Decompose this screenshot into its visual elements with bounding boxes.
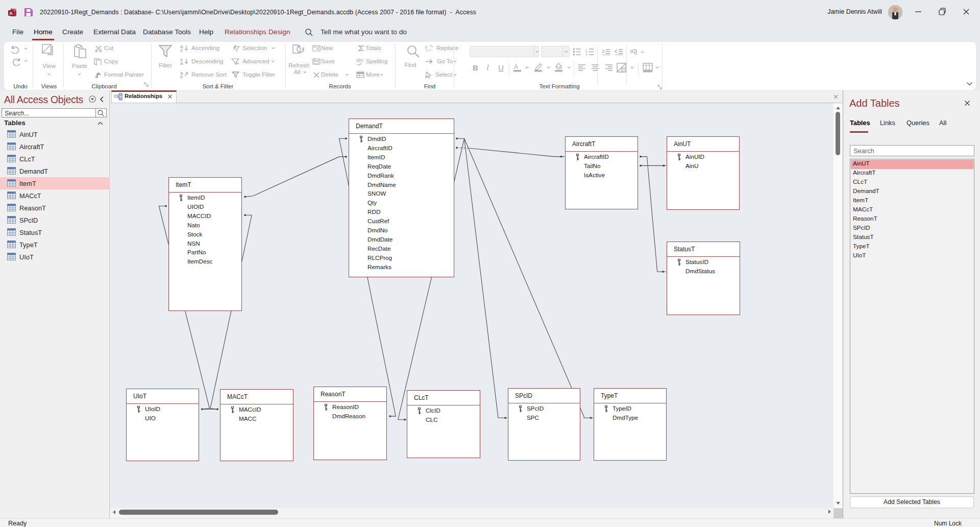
svg-text:3: 3 [585, 53, 587, 56]
svg-text:Z: Z [180, 75, 183, 78]
svg-text:Z: Z [180, 48, 183, 52]
svg-text:abc: abc [356, 58, 364, 63]
svg-text:A: A [514, 63, 518, 70]
svg-text:A: A [9, 10, 13, 16]
svg-text:A: A [180, 61, 183, 65]
svg-text:c: c [429, 48, 431, 52]
